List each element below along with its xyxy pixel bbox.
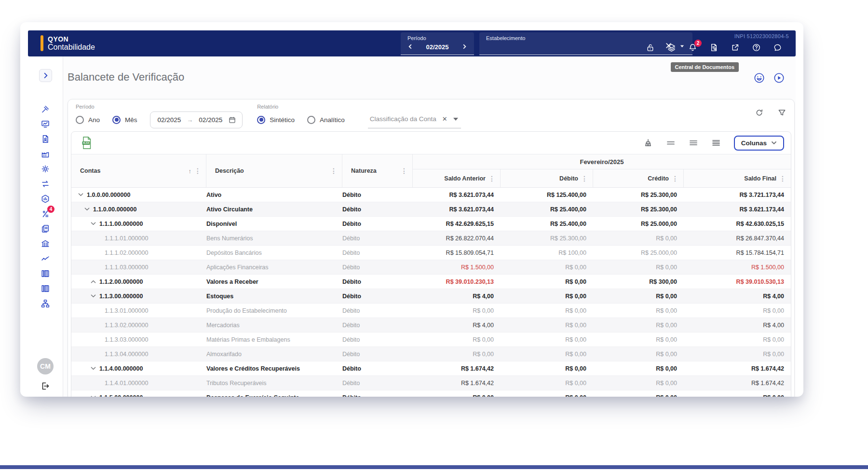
hexagon-chart-icon[interactable] xyxy=(41,194,50,204)
radio-sintetico-circle[interactable] xyxy=(257,116,265,124)
layers-icon[interactable] xyxy=(667,43,676,52)
colunas-button[interactable]: Colunas xyxy=(734,136,784,151)
column-menu-icon[interactable]: ⋮ xyxy=(400,167,408,174)
column-menu-icon[interactable]: ⋮ xyxy=(580,175,589,182)
documents-icon[interactable] xyxy=(41,224,50,234)
calculation-icon[interactable]: 4 xyxy=(41,209,50,219)
date-range-input[interactable]: 02/2025 → 02/2025 xyxy=(150,111,243,128)
column-header-natureza[interactable]: Natureza ⋮ xyxy=(342,154,413,187)
cell-saldo-final: R$ 3.721.173,44 xyxy=(684,188,791,202)
chat-icon[interactable] xyxy=(773,43,782,52)
transfer-arrows-icon[interactable] xyxy=(41,179,50,189)
column-menu-icon[interactable]: ⋮ xyxy=(193,167,202,174)
ledger-icon[interactable] xyxy=(41,269,50,278)
factory-icon[interactable] xyxy=(41,149,50,159)
row-density-comfortable-icon[interactable] xyxy=(711,138,721,148)
filter-funnel-icon[interactable] xyxy=(777,108,787,117)
table-row[interactable]: 1.1.3.04.000000AlmoxarifadoDébitoR$ 0,00… xyxy=(71,347,791,361)
external-link-icon[interactable] xyxy=(731,43,740,52)
table-row[interactable]: 1.1.3.02.000000MercadoriasDébitoR$ 4,00R… xyxy=(71,318,791,332)
collapse-chevron-down-icon[interactable] xyxy=(78,192,83,197)
table-row[interactable]: 1.1.3.03.000000Matérias Primas e Embalag… xyxy=(71,332,791,347)
table-row[interactable]: 1.1.0.00.000000Ativo CirculanteDébitoR$ … xyxy=(71,202,791,217)
radio-analitico[interactable]: Analítico xyxy=(307,116,345,124)
cell-saldo-anterior: R$ 0,00 xyxy=(413,390,501,397)
table-row[interactable]: 1.1.4.01.000000Tributos RecuperáveisDébi… xyxy=(71,376,791,390)
radio-mes[interactable]: Mês xyxy=(112,116,137,124)
column-header-saldo-anterior[interactable]: Saldo Anterior ⋮ xyxy=(413,169,501,187)
radio-analitico-circle[interactable] xyxy=(307,116,315,124)
gear-icon[interactable] xyxy=(41,164,50,174)
feedback-smiley-icon[interactable] xyxy=(753,72,765,84)
column-menu-icon[interactable]: ⋮ xyxy=(329,167,338,174)
period-prev-icon[interactable] xyxy=(407,42,413,51)
column-header-debito[interactable]: Débito ⋮ xyxy=(501,169,593,187)
clear-selection-icon[interactable]: ✕ xyxy=(442,115,448,123)
period-next-icon[interactable] xyxy=(462,42,467,51)
table-row[interactable]: 1.1.3.00.000000EstoquesDébitoR$ 4,00R$ 0… xyxy=(71,289,791,304)
cell-debito: R$ 0,00 xyxy=(501,361,593,375)
lock-open-icon[interactable] xyxy=(646,43,655,52)
broom-clear-icon[interactable] xyxy=(643,138,653,148)
table-row[interactable]: 1.1.4.00.000000Valores e Créditos Recupe… xyxy=(71,361,791,376)
logout-icon[interactable] xyxy=(41,381,50,391)
column-menu-icon[interactable]: ⋮ xyxy=(671,175,679,182)
export-xlsx-icon[interactable]: XLSX xyxy=(81,136,93,150)
collapse-chevron-down-icon[interactable] xyxy=(91,366,96,371)
classificacao-select[interactable]: Classificação da Conta ✕ xyxy=(368,111,461,128)
org-chart-icon[interactable] xyxy=(41,299,50,308)
cell-saldo-anterior: R$ 3.621.073,44 xyxy=(413,188,501,202)
row-density-standard-icon[interactable] xyxy=(689,138,698,148)
table-row[interactable]: 1.1.1.03.000000Aplicações FinanceirasDéb… xyxy=(71,260,791,275)
table-row[interactable]: 1.1.2.00.000000Valores a ReceberDébitoR$… xyxy=(71,275,791,289)
gavel-icon[interactable] xyxy=(41,104,50,114)
cell-saldo-anterior: R$ 39.010.230,13 xyxy=(413,275,501,289)
column-menu-icon[interactable]: ⋮ xyxy=(778,175,787,182)
date-to[interactable]: 02/2025 xyxy=(199,116,222,124)
collapse-chevron-down-icon[interactable] xyxy=(91,293,96,299)
radio-ano-circle[interactable] xyxy=(76,116,84,124)
column-header-contas[interactable]: Contas ↑ ⋮ xyxy=(71,154,206,187)
ledger-alt-icon[interactable] xyxy=(41,284,50,293)
account-description: Mercadorias xyxy=(206,322,240,329)
cell-conta-code: 1.1.5.00.000000 xyxy=(71,390,206,397)
presentation-chart-icon[interactable] xyxy=(41,119,50,129)
document-search-icon[interactable] xyxy=(709,43,719,52)
select-caret-icon[interactable] xyxy=(453,118,458,121)
radio-mes-circle[interactable] xyxy=(112,116,121,124)
play-tour-icon[interactable] xyxy=(773,72,785,84)
column-header-descricao[interactable]: Descrição ⋮ xyxy=(206,154,342,187)
sort-asc-icon[interactable]: ↑ xyxy=(189,167,192,175)
table-row[interactable]: 1.1.1.00.000000DisponívelDébitoR$ 42.629… xyxy=(71,217,791,231)
table-row[interactable]: 1.1.3.01.000000Produção do Estabelecimen… xyxy=(71,304,791,318)
cell-saldo-anterior: R$ 0,00 xyxy=(413,332,501,346)
avatar[interactable]: CM xyxy=(37,358,54,374)
collapse-chevron-down-icon[interactable] xyxy=(91,221,96,226)
collapse-chevron-down-icon[interactable] xyxy=(91,395,96,397)
sidebar-expand-button[interactable] xyxy=(39,69,52,82)
account-description: Ativo xyxy=(206,192,221,198)
table-row[interactable]: 1.0.0.00.000000AtivoDébitoR$ 3.621.073,4… xyxy=(71,188,791,202)
row-density-compact-icon[interactable] xyxy=(666,138,676,148)
cell-saldo-final: R$ 1.674,42 xyxy=(684,361,791,375)
help-icon[interactable] xyxy=(752,43,761,52)
column-header-saldo-final[interactable]: Saldo Final ⋮ xyxy=(684,169,791,187)
document-report-icon[interactable] xyxy=(41,134,50,144)
trend-line-icon[interactable] xyxy=(41,254,50,263)
table-row[interactable]: 1.1.1.02.000000Depósitos BancáriosDébito… xyxy=(71,246,791,260)
column-menu-icon[interactable]: ⋮ xyxy=(488,175,496,182)
cell-conta-code: 1.1.2.00.000000 xyxy=(71,275,206,289)
radio-ano[interactable]: Ano xyxy=(76,116,100,124)
notification-badge: 2 xyxy=(694,40,702,47)
collapse-chevron-down-icon[interactable] xyxy=(84,207,90,212)
table-row[interactable]: 1.1.5.00.000000Despesas do Exercício Seg… xyxy=(71,390,791,397)
collapse-chevron-up-icon[interactable] xyxy=(91,279,96,284)
table-row[interactable]: 1.1.1.01.000000Bens NumeráriosDébitoR$ 2… xyxy=(71,231,791,246)
radio-sintetico[interactable]: Sintético xyxy=(257,116,295,124)
date-from[interactable]: 02/2025 xyxy=(158,116,181,124)
refresh-icon[interactable] xyxy=(755,108,764,117)
bell-icon[interactable]: 2 xyxy=(688,43,697,52)
column-header-credito[interactable]: Crédito ⋮ xyxy=(593,169,684,187)
bank-icon[interactable] xyxy=(41,239,50,249)
period-selector[interactable]: Período 02/2025 xyxy=(401,32,474,55)
